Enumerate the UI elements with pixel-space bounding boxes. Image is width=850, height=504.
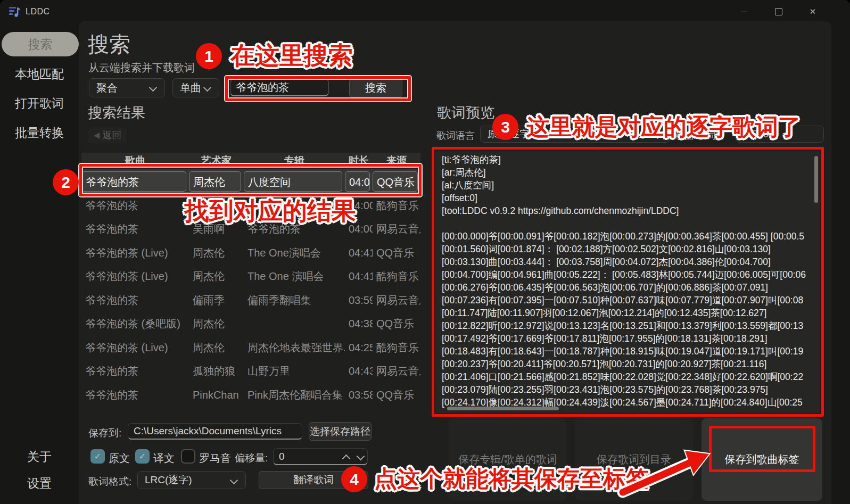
cell-artist: 周杰伦 bbox=[189, 269, 244, 284]
cell-song: 爷爷泡的茶 bbox=[81, 388, 189, 402]
cell-song: 爷爷泡的茶 (Live) bbox=[81, 246, 189, 260]
sidebar-item-label: 打开歌词 bbox=[15, 95, 64, 112]
maximize-button[interactable] bbox=[766, 3, 791, 20]
annotation-step-2-text: 找到对应的结果 bbox=[185, 195, 356, 228]
source-select[interactable]: 聚合 bbox=[89, 78, 165, 97]
annotation-box-result-row bbox=[79, 164, 422, 196]
type-select[interactable]: 单曲 bbox=[172, 78, 219, 97]
check-icon: ✓ bbox=[139, 451, 146, 461]
close-icon: ✕ bbox=[810, 7, 816, 16]
type-select-value: 单曲 bbox=[180, 81, 201, 95]
translation-checkbox[interactable]: ✓ bbox=[135, 449, 150, 464]
cell-artist: 偏雨季 bbox=[189, 293, 244, 308]
lyrics-format-label: 歌词格式: bbox=[88, 475, 131, 489]
cell-album: The One演唱会 bbox=[244, 246, 345, 260]
annotation-box-search bbox=[225, 76, 411, 101]
sidebar-item-label: 批量转换 bbox=[15, 125, 64, 141]
back-button[interactable]: ◀ 返回 bbox=[88, 127, 127, 143]
close-button[interactable]: ✕ bbox=[801, 3, 825, 20]
cell-song: 爷爷泡的茶 bbox=[81, 199, 189, 213]
maximize-icon bbox=[775, 8, 782, 15]
original-text-label: 原文 bbox=[109, 451, 130, 466]
table-row[interactable]: 爷爷泡的茶PinkChanPink周杰伦翻唱合集03:58QQ音乐 bbox=[81, 383, 420, 407]
table-row[interactable]: 爷爷泡的茶 (Live)周杰伦周杰伦地表最强世界...04:25酷狗音乐 bbox=[81, 336, 420, 360]
cell-source: 酷狗音乐 bbox=[373, 269, 420, 284]
sidebar-item-batch-convert[interactable]: 批量转换 bbox=[0, 122, 79, 143]
cell-duration: 04:25 bbox=[345, 342, 373, 354]
cell-artist: PinkChan bbox=[189, 389, 244, 401]
cell-source: QQ音乐 bbox=[373, 246, 420, 260]
lyrics-format-select[interactable]: LRC(逐字) bbox=[137, 471, 246, 489]
romaji-checkbox[interactable]: ✓ bbox=[181, 449, 195, 464]
annotation-step-3-text: 这里就是对应的逐字歌词了 bbox=[526, 112, 801, 143]
table-row[interactable]: 爷爷泡的茶 (Live)周杰伦The One 演唱会04:41酷狗音乐 bbox=[81, 265, 420, 289]
annotation-step-4-badge: 4 bbox=[341, 466, 367, 492]
minimize-button[interactable] bbox=[732, 3, 757, 20]
check-icon: ✓ bbox=[94, 451, 101, 461]
page-title: 搜索 bbox=[88, 30, 130, 59]
cell-song: 爷爷泡的茶 bbox=[81, 293, 189, 308]
table-row[interactable]: 爷爷泡的茶孤独的狼山野万里04:43网易云音乐 bbox=[81, 360, 420, 384]
cell-album: The One 演唱会 bbox=[244, 269, 345, 284]
cell-duration: 04:43 bbox=[345, 365, 373, 377]
sidebar-item-search[interactable]: 搜索 bbox=[2, 32, 79, 56]
annotation-box-lyrics bbox=[432, 147, 824, 417]
sidebar-item-local-match[interactable]: 本地匹配 bbox=[0, 64, 79, 84]
table-row[interactable]: 爷爷泡的茶偏雨季偏雨季翻唱集03:59网易云音乐 bbox=[81, 288, 420, 312]
titlebar[interactable]: LDDC ✕ bbox=[0, 0, 850, 23]
cell-artist: 周杰伦 bbox=[189, 317, 244, 331]
sidebar-item-label: 关于 bbox=[27, 449, 52, 465]
lyrics-language-label: 歌词语言 bbox=[436, 129, 475, 142]
cell-duration: 04:41 bbox=[345, 270, 373, 283]
app-title: LDDC bbox=[26, 7, 50, 16]
cell-source: 酷狗音乐 bbox=[373, 199, 420, 213]
sidebar-item-label: 设置 bbox=[27, 475, 52, 492]
app-logo-icon bbox=[8, 5, 21, 18]
sidebar-item-open-lyrics[interactable]: 打开歌词 bbox=[0, 93, 79, 113]
sidebar-item-settings[interactable]: 设置 bbox=[0, 473, 79, 493]
cell-source: QQ音乐 bbox=[373, 317, 420, 331]
cell-album: 周杰伦地表最强世界... bbox=[244, 341, 345, 355]
cell-song: 爷爷泡的茶 bbox=[81, 222, 189, 236]
preview-title: 歌词预览 bbox=[437, 103, 494, 122]
back-icon: ◀ bbox=[94, 130, 100, 140]
cell-duration: 04:41 bbox=[345, 247, 373, 259]
cell-source: 酷狗音乐 bbox=[373, 341, 420, 355]
offset-value: 0 bbox=[279, 451, 285, 462]
chevron-down-icon bbox=[149, 84, 158, 92]
annotation-step-2-badge: 2 bbox=[53, 169, 79, 195]
cell-song: 爷爷泡的茶 (Live) bbox=[81, 269, 189, 284]
cell-song: 爷爷泡的茶 (Live) bbox=[81, 341, 189, 355]
chevron-down-icon bbox=[203, 84, 212, 92]
offset-stepper[interactable]: 0 bbox=[273, 448, 368, 465]
save-path-input[interactable]: C:\Users\jackx\Documents\Lyrics bbox=[128, 423, 302, 440]
cell-artist: 周杰伦 bbox=[189, 341, 244, 355]
source-select-value: 聚合 bbox=[96, 81, 118, 95]
choose-save-path-button[interactable]: 选择保存路径 bbox=[309, 422, 372, 441]
cell-artist: 周杰伦 bbox=[189, 246, 244, 260]
cell-duration: 03:59 bbox=[345, 294, 373, 307]
table-row[interactable]: 爷爷泡的茶 (Live)周杰伦The One演唱会04:41QQ音乐 bbox=[81, 241, 420, 265]
save-path-value: C:\Users\jackx\Documents\Lyrics bbox=[134, 425, 282, 437]
app-window: LDDC ✕ 搜索 本地匹配 打开歌词 批量转换 关于 设置 搜索 从云端搜索并… bbox=[0, 0, 850, 504]
chevron-down-icon bbox=[230, 476, 238, 485]
annotation-step-1-text: 在这里搜索 bbox=[230, 39, 353, 72]
annotation-box-save-tag bbox=[709, 426, 815, 472]
sidebar: 搜索 本地匹配 打开歌词 批量转换 关于 设置 bbox=[0, 23, 79, 504]
cell-album: 偏雨季翻唱集 bbox=[244, 293, 345, 308]
cell-artist: 孤独的狼 bbox=[189, 364, 244, 378]
cell-source: QQ音乐 bbox=[373, 388, 420, 402]
sidebar-item-about[interactable]: 关于 bbox=[0, 447, 79, 467]
annotation-step-4-text: 点这个就能将其保存至标签 bbox=[374, 464, 649, 494]
results-title: 搜索结果 bbox=[88, 103, 145, 122]
back-button-label: 返回 bbox=[102, 129, 121, 142]
cell-song: 爷爷泡的茶 (桑吧版) bbox=[81, 317, 189, 331]
original-text-checkbox[interactable]: ✓ bbox=[90, 449, 105, 464]
offset-label: 偏移量: bbox=[235, 451, 268, 465]
page-subtitle: 从云端搜索并下载歌词 bbox=[88, 61, 195, 75]
save-to-label: 保存到: bbox=[88, 426, 121, 440]
minimize-icon bbox=[741, 12, 748, 12]
cell-source: 网易云音乐 bbox=[373, 222, 420, 236]
check-icon: ✓ bbox=[185, 451, 192, 461]
table-row[interactable]: 爷爷泡的茶 (桑吧版)周杰伦04:38QQ音乐 bbox=[81, 312, 420, 336]
